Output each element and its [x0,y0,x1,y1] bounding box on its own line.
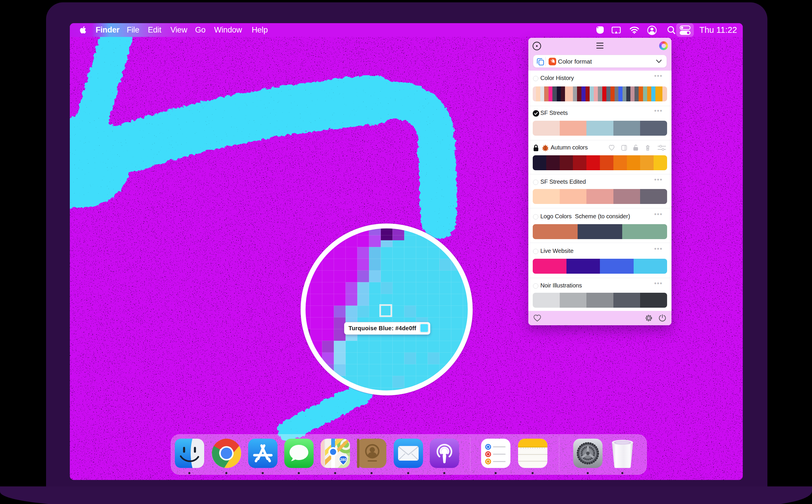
svg-text:280: 280 [340,457,346,462]
